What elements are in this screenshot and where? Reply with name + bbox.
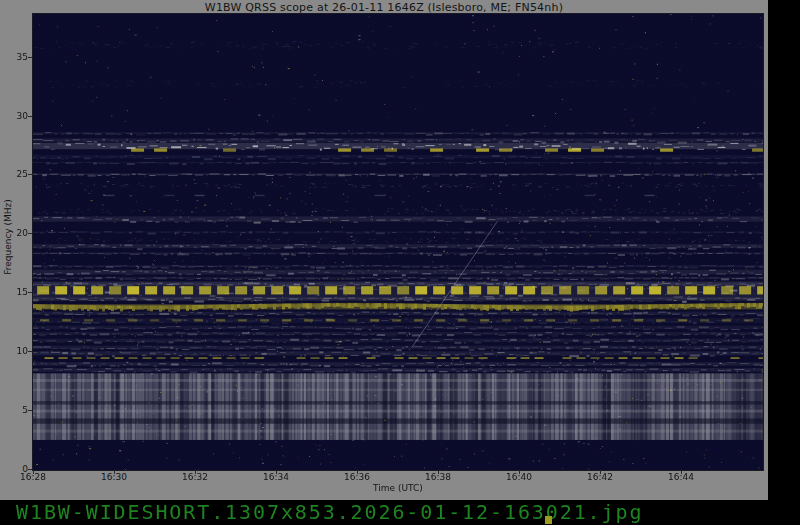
y-tick-mark [28, 174, 32, 175]
x-axis-label: Time (UTC) [33, 483, 763, 493]
x-tick-mark [114, 470, 115, 474]
x-tick-mark [519, 470, 520, 474]
spectrogram-canvas [33, 14, 763, 470]
x-tick-mark [438, 470, 439, 474]
y-tick-mark [28, 469, 32, 470]
x-tick-mark [33, 470, 34, 474]
y-tick-label: 10 [0, 346, 28, 356]
y-tick-mark [28, 233, 32, 234]
x-tick-mark [357, 470, 358, 474]
y-tick-mark [28, 57, 32, 58]
y-tick-mark [28, 292, 32, 293]
y-tick-mark [28, 410, 32, 411]
terminal-cursor [545, 516, 552, 524]
x-tick-mark [600, 470, 601, 474]
y-tick-label: 30 [0, 111, 28, 121]
y-tick-label: 20 [0, 228, 28, 238]
y-tick-label: 15 [0, 287, 28, 297]
y-tick-label: 25 [0, 169, 28, 179]
scope-image-panel: W1BW QRSS scope at 26-01-11 1646Z (Isles… [0, 0, 768, 500]
y-tick-mark [28, 351, 32, 352]
x-tick-mark [681, 470, 682, 474]
y-tick-label: 35 [0, 52, 28, 62]
spectrogram-plot [32, 13, 764, 471]
screenshot-root: W1BW QRSS scope at 26-01-11 1646Z (Isles… [0, 0, 800, 525]
y-tick-label: 5 [0, 405, 28, 415]
y-tick-mark [28, 116, 32, 117]
filename-bar: W1BW-WIDESHORT.1307x853.2026-01-12-16302… [0, 500, 800, 525]
x-tick-mark [195, 470, 196, 474]
x-tick-mark [276, 470, 277, 474]
